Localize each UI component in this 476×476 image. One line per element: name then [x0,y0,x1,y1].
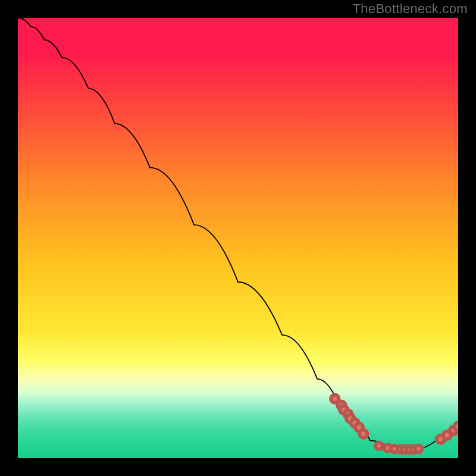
data-point [454,422,458,430]
plot-area [18,18,458,458]
chart-svg [18,18,458,458]
dot-cluster-minimum [375,442,422,453]
dot-cluster-descent [331,394,367,438]
chart-container: TheBottleneck.com [0,0,476,476]
watermark-text: TheBottleneck.com [353,1,468,17]
dot-cluster-upturn [437,422,458,443]
data-point [415,446,422,453]
data-point [375,442,383,449]
data-point [359,430,367,438]
bottleneck-curve [18,18,458,449]
